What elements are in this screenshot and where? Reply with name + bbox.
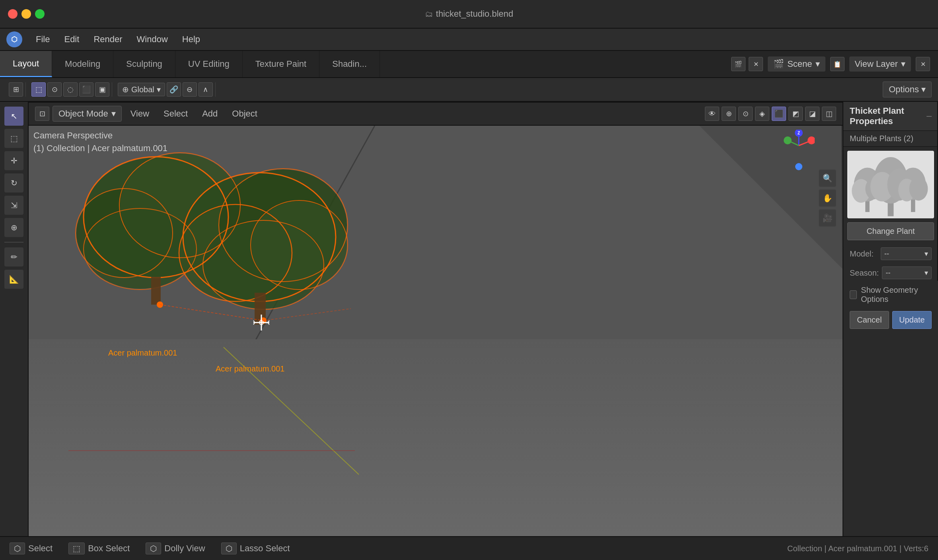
proportional-btn[interactable]: ⊖ — [183, 82, 197, 97]
svg-point-24 — [260, 317, 267, 324]
scene-dropdown-icon: ▾ — [815, 59, 820, 69]
model-value: -- — [884, 250, 889, 258]
viewport-icon-btn[interactable]: ⊡ — [35, 107, 49, 121]
blue-dot — [795, 163, 802, 170]
falloff-btn[interactable]: ∧ — [198, 82, 213, 97]
options-button[interactable]: Options ▾ — [883, 82, 932, 97]
maximize-button[interactable] — [35, 9, 45, 19]
dolly-key: ⬡ — [146, 542, 161, 554]
render-close-btn[interactable]: ✕ — [749, 57, 763, 71]
viewlayer-close-btn[interactable]: ✕ — [916, 57, 930, 71]
tool-move[interactable]: ✛ — [4, 151, 23, 170]
tool-scale[interactable]: ⇲ — [4, 196, 23, 215]
minimize-button[interactable] — [21, 9, 31, 19]
transform-pivot-select[interactable]: ⊕ Global ▾ — [118, 83, 165, 96]
update-button[interactable]: Update — [892, 311, 932, 329]
menu-help[interactable]: Help — [175, 31, 207, 48]
camera-perspective-label: Camera Perspective — [33, 130, 167, 141]
season-select[interactable]: -- ▾ — [882, 266, 932, 279]
menu-render[interactable]: Render — [86, 31, 129, 48]
cancel-button[interactable]: Cancel — [850, 311, 889, 329]
viewport-render2-btn[interactable]: ◫ — [822, 107, 836, 121]
workspace-right: 🎬 ✕ 🎬 Scene ▾ 📋 View Layer ▾ ✕ — [731, 51, 938, 77]
toolbar-select-box-btn[interactable]: ⬚ — [31, 82, 46, 97]
viewport-render-btn[interactable]: ◪ — [805, 107, 819, 121]
tool-measure[interactable]: 📐 — [4, 270, 23, 289]
viewport-xray-btn[interactable]: ◈ — [755, 107, 769, 121]
viewport-header: ⊡ Object Mode ▾ View Select Add Object 👁… — [29, 102, 843, 126]
gizmo-container[interactable]: Z — [783, 130, 815, 170]
geometry-checkbox[interactable] — [850, 290, 857, 299]
mode-selector[interactable]: Object Mode ▾ — [53, 106, 122, 122]
camera-nav-btn[interactable]: 🎥 — [819, 209, 836, 227]
svg-point-18 — [219, 169, 348, 282]
viewport-material-btn[interactable]: ◩ — [788, 107, 803, 121]
tool-cursor[interactable]: ↖ — [4, 107, 23, 126]
season-row: Season: -- ▾ — [843, 263, 938, 282]
tab-texture-paint[interactable]: Texture Paint — [243, 51, 319, 77]
3d-viewport[interactable]: Acer palmatum.001 Acer palmatum.001 Came… — [29, 126, 843, 536]
traffic-lights — [8, 9, 45, 19]
menu-edit[interactable]: Edit — [57, 31, 86, 48]
menu-window[interactable]: Window — [130, 31, 175, 48]
mode-dropdown-icon: ▾ — [111, 109, 116, 119]
geometry-options-row: Show Geometry Options — [843, 282, 938, 307]
transform-space-dropdown: ▾ — [157, 85, 161, 94]
viewport-camera-btn[interactable]: 👁 — [705, 107, 719, 121]
toolbar-select-extra-btn[interactable]: ⬛ — [79, 82, 93, 97]
zoom-nav-btn[interactable]: 🔍 — [819, 169, 836, 187]
geometry-label: Show Geometry Options — [861, 286, 932, 304]
main-layout: ↖ ⬚ ✛ ↻ ⇲ ⊕ ✏ 📐 ⊡ Object Mode ▾ View Sel… — [0, 102, 938, 536]
toolbar-select-all-btn[interactable]: ▣ — [95, 82, 109, 97]
toolbar-group-transform: ⊕ Global ▾ 🔗 ⊖ ∧ — [115, 82, 216, 97]
svg-point-10 — [204, 221, 323, 309]
viewlayer-icon-btn[interactable]: 📋 — [830, 57, 845, 71]
transform-space-label: Global — [131, 85, 154, 94]
pan-nav-btn[interactable]: ✋ — [819, 189, 836, 207]
gizmo-svg: Z — [783, 130, 815, 161]
model-select[interactable]: -- ▾ — [881, 247, 932, 260]
vp-menu-add[interactable]: Add — [197, 106, 223, 121]
svg-point-6 — [84, 209, 196, 289]
toolbar-select-lasso-btn[interactable]: ◌ — [63, 82, 78, 97]
viewport-info: Camera Perspective (1) Collection | Acer… — [33, 130, 167, 154]
svg-point-3 — [84, 158, 228, 277]
vp-menu-object[interactable]: Object — [226, 106, 263, 121]
tool-rotate[interactable]: ↻ — [4, 173, 23, 192]
panel-collapse-icon[interactable]: ─ — [926, 112, 932, 121]
viewport-overlay-btn[interactable]: ⊙ — [738, 107, 753, 121]
tab-layout[interactable]: Layout — [0, 51, 52, 77]
tab-shading[interactable]: Shadin... — [319, 51, 380, 77]
vp-menu-select[interactable]: Select — [158, 106, 193, 121]
toolbar-group-select: ⬚ ⊙ ◌ ⬛ ▣ — [29, 82, 112, 97]
panel-title: Thicket Plant Properties ─ — [843, 102, 938, 131]
viewlayer-selector[interactable]: View Layer ▾ — [849, 56, 911, 72]
viewport-gizmo-btn[interactable]: ⊕ — [722, 107, 736, 121]
tab-uv-editing[interactable]: UV Editing — [175, 51, 243, 77]
scene-selector[interactable]: 🎬 Scene ▾ — [768, 56, 825, 72]
render-icon-btn[interactable]: 🎬 — [731, 57, 745, 71]
toolbar-viewport-shading-btn[interactable]: ⊞ — [9, 82, 23, 97]
vp-menu-view[interactable]: View — [125, 106, 155, 121]
menu-file[interactable]: File — [29, 31, 57, 48]
right-panel: Thicket Plant Properties ─ Multiple Plan… — [843, 102, 938, 536]
toolbar-select-circle-btn[interactable]: ⊙ — [47, 82, 62, 97]
svg-point-14 — [119, 153, 240, 258]
viewport-solid-btn[interactable]: ⬛ — [772, 107, 786, 121]
scene-icon: 🎬 — [773, 59, 784, 69]
snap-btn[interactable]: 🔗 — [167, 82, 181, 97]
svg-point-27 — [259, 321, 263, 325]
change-plant-button[interactable]: Change Plant — [847, 222, 934, 240]
tool-annotate[interactable]: ✏ — [4, 247, 23, 266]
tool-select[interactable]: ⬚ — [4, 129, 23, 148]
svg-rect-22 — [255, 293, 266, 325]
tab-modeling[interactable]: Modeling — [52, 51, 113, 77]
svg-point-5 — [120, 154, 239, 257]
tab-sculpting[interactable]: Sculpting — [113, 51, 175, 77]
blender-logo: ⬡ — [6, 31, 22, 47]
close-button[interactable] — [8, 9, 18, 19]
obj-label-2: Acer palmatum.001 — [216, 364, 284, 373]
tool-transform[interactable]: ⊕ — [4, 218, 23, 237]
status-dolly: ⬡ Dolly View — [146, 542, 205, 554]
viewlayer-label: View Layer — [855, 59, 898, 69]
